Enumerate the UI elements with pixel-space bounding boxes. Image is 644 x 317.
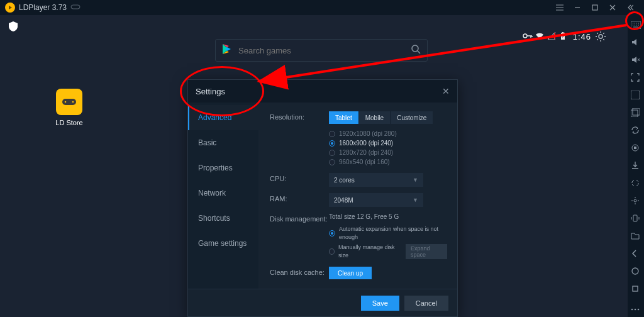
key-mapping-icon[interactable] <box>631 91 641 101</box>
clean-up-button[interactable]: Clean up <box>329 267 372 279</box>
ram-select[interactable]: 2048M ▼ <box>329 193 423 207</box>
settings-footer: Save Cancel <box>188 289 457 316</box>
settings-sidebar: Advanced Basic Properties Network Shortc… <box>188 103 258 289</box>
nav-game-settings[interactable]: Game settings <box>188 231 258 256</box>
resolution-option-720[interactable]: 1280x720 (dpi 240) <box>329 148 447 157</box>
nav-properties[interactable]: Properties <box>188 155 258 181</box>
cpu-select[interactable]: 2 cores ▼ <box>329 173 423 187</box>
nav-network[interactable]: Network <box>188 181 258 206</box>
clock-text: 1:46 <box>573 32 591 42</box>
volume-down-icon[interactable] <box>631 55 641 65</box>
resolution-mode-tabs: Tablet Mobile Customize <box>329 111 447 124</box>
minimize-button[interactable] <box>569 0 586 15</box>
app-title: LDPlayer 3.73 <box>19 3 67 12</box>
resolution-radio-list: 1920x1080 (dpi 280) 1600x900 (dpi 240) 1… <box>329 129 447 167</box>
tab-tablet[interactable]: Tablet <box>329 111 359 124</box>
multi-instance-icon[interactable] <box>631 108 641 118</box>
settings-title: Settings <box>196 87 225 96</box>
back-icon[interactable] <box>631 249 641 259</box>
save-button[interactable]: Save <box>361 296 399 311</box>
android-statusbar: 1:46 <box>518 30 611 43</box>
recent-apps-icon[interactable] <box>631 284 641 294</box>
search-input[interactable] <box>238 46 411 55</box>
menu-button[interactable] <box>551 0 569 15</box>
resolution-option-900[interactable]: 1600x900 (dpi 240) <box>329 138 447 148</box>
settings-gear-icon[interactable] <box>595 31 606 42</box>
signal-icon <box>548 32 557 41</box>
settings-icon[interactable] <box>631 196 641 206</box>
close-window-button[interactable] <box>604 0 621 15</box>
ram-label: RAM: <box>270 193 329 203</box>
keyboard-icon[interactable] <box>631 20 641 30</box>
volume-up-icon[interactable] <box>631 38 641 48</box>
settings-dialog: Settings ✕ Advanced Basic Properties Net… <box>187 79 458 317</box>
svg-rect-17 <box>633 215 637 221</box>
settings-close-button[interactable]: ✕ <box>442 86 450 96</box>
svg-point-16 <box>634 199 636 202</box>
ld-store-label: LD Store <box>49 119 89 126</box>
ld-store-icon <box>56 89 82 115</box>
disk-info: Total size 12 G, Free 5 G <box>329 213 447 220</box>
svg-rect-12 <box>633 108 640 115</box>
nav-basic[interactable]: Basic <box>188 130 258 155</box>
wifi-icon <box>535 32 544 41</box>
resolution-label: Resolution: <box>270 111 329 121</box>
home-icon[interactable] <box>631 267 641 277</box>
sync-icon[interactable] <box>631 126 641 136</box>
key-icon <box>523 32 531 41</box>
svg-point-9 <box>412 45 418 52</box>
shared-folder-icon[interactable] <box>631 231 641 242</box>
svg-point-18 <box>632 268 638 274</box>
fullscreen-icon[interactable] <box>631 73 641 83</box>
google-play-icon <box>222 43 232 57</box>
tab-customize[interactable]: Customize <box>391 111 433 124</box>
resolution-option-1080[interactable]: 1920x1080 (dpi 280) <box>329 129 447 138</box>
shake-icon[interactable] <box>631 214 641 224</box>
install-apk-icon[interactable] <box>631 161 641 171</box>
disk-label: Disk management: <box>270 213 329 223</box>
tab-mobile[interactable]: Mobile <box>359 111 391 124</box>
chevron-down-icon: ▼ <box>413 177 418 183</box>
search-icon[interactable] <box>411 44 421 57</box>
svg-rect-1 <box>592 5 597 10</box>
svg-point-7 <box>65 101 67 103</box>
svg-point-5 <box>599 35 602 38</box>
settings-content: Resolution: Tablet Mobile Customize 1920… <box>258 103 457 289</box>
expand-space-button: Expand space <box>406 244 447 259</box>
side-toolbar <box>628 15 644 317</box>
svg-rect-13 <box>631 110 638 117</box>
collapse-toolbar-button[interactable] <box>621 0 639 15</box>
controller-icon <box>70 3 80 12</box>
nav-shortcuts[interactable]: Shortcuts <box>188 206 258 231</box>
disk-option-manual[interactable]: Manually manage disk sizeExpand space <box>329 242 447 260</box>
app-logo-icon <box>5 3 15 13</box>
search-bar[interactable] <box>215 39 428 62</box>
macro-icon[interactable] <box>631 143 641 153</box>
svg-point-20 <box>631 309 633 311</box>
svg-rect-4 <box>562 32 564 33</box>
emulator-screen: 1:46 LD Store Settings ✕ Advanced Basic … <box>0 15 628 317</box>
svg-rect-15 <box>634 147 636 149</box>
svg-rect-0 <box>71 5 80 9</box>
more-icon[interactable] <box>631 302 641 312</box>
svg-rect-11 <box>631 91 640 99</box>
screenshot-icon[interactable] <box>631 179 641 189</box>
svg-point-2 <box>523 34 527 38</box>
svg-rect-6 <box>62 99 76 105</box>
settings-header: Settings ✕ <box>188 80 457 103</box>
ld-store-app-icon[interactable]: LD Store <box>49 89 89 126</box>
shield-icon <box>9 21 18 34</box>
clean-cache-label: Clean disk cache: <box>270 267 329 276</box>
nav-advanced[interactable]: Advanced <box>188 105 258 130</box>
resolution-option-540[interactable]: 960x540 (dpi 160) <box>329 157 447 167</box>
disk-option-auto[interactable]: Automatic expansion when space is not en… <box>329 224 447 242</box>
chevron-down-icon: ▼ <box>413 197 418 203</box>
battery-icon <box>560 32 569 41</box>
cpu-label: CPU: <box>270 173 329 182</box>
svg-rect-10 <box>631 21 641 29</box>
cancel-button[interactable]: Cancel <box>404 296 448 311</box>
titlebar: LDPlayer 3.73 <box>0 0 644 15</box>
svg-point-21 <box>635 309 636 311</box>
svg-point-22 <box>638 309 640 311</box>
maximize-button[interactable] <box>586 0 604 15</box>
